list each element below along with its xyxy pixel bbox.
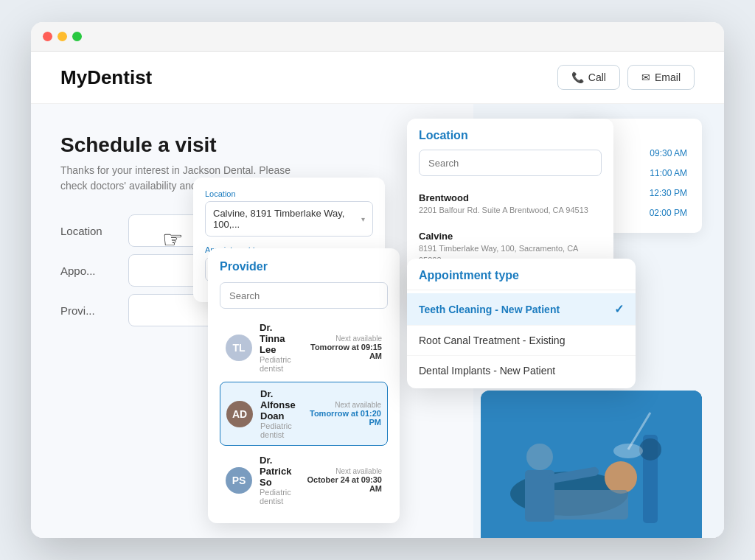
email-icon: ✉	[641, 71, 650, 83]
schedule-title: Schedule a visit	[60, 133, 385, 157]
call-label: Call	[588, 71, 606, 83]
avail-time-alfonse: Tomorrow at 01:20 PM	[303, 409, 381, 427]
provider-panel: Provider TL Dr. Tinna Lee Pediatric dent…	[208, 248, 400, 523]
logo-dentist: Dentist	[87, 66, 152, 88]
browser-window: MyDentist 📞 Call ✉ Email Jul 09:3	[31, 22, 724, 538]
appt-item-teeth-cleaning[interactable]: Teeth Cleaning - New Patient ✓	[407, 293, 636, 326]
appt-list: Teeth Cleaning - New Patient ✓ Root Cana…	[407, 290, 636, 388]
traffic-lights	[43, 32, 82, 41]
location-item-brentwood[interactable]: Brentwood 2201 Balfour Rd. Suite A Brent…	[407, 185, 613, 223]
svg-point-2	[605, 461, 637, 494]
svg-point-10	[613, 444, 643, 458]
main: Jul 09:30 AM 11:00 AM 12:30 PM 02:00 PM	[31, 104, 724, 538]
avail-time-tinna: Tomorrow at 09:15 AM	[299, 343, 382, 360]
avail-label-patrick: Next available	[299, 467, 382, 475]
appt-dropdown-header: Appointment type	[407, 259, 636, 290]
provider-title: Provider	[220, 260, 388, 273]
check-icon-teeth-cleaning: ✓	[614, 302, 624, 316]
app-content: MyDentist 📞 Call ✉ Email Jul 09:3	[31, 52, 724, 538]
svg-point-4	[526, 444, 553, 470]
provider-role-patrick: Pediatric dentist	[260, 488, 291, 505]
provider-info-tinna: Dr. Tinna Lee Pediatric dentist	[260, 322, 291, 373]
provider-info-alfonse: Dr. Alfonse Doan Pediatric dentist	[260, 388, 296, 439]
location-field-value[interactable]: Calvine, 8191 Timberlake Way, 100,... ▾	[205, 201, 373, 237]
provider-avatar-patrick: PS	[226, 467, 252, 494]
location-value-text: Calvine, 8191 Timberlake Way, 100,...	[213, 208, 361, 230]
logo-my: My	[60, 66, 87, 88]
dental-silhouette	[481, 391, 702, 538]
appt-label-teeth-cleaning: Teeth Cleaning - New Patient	[419, 304, 560, 315]
provider-search-input[interactable]	[220, 282, 388, 309]
provider-role-alfonse: Pediatric dentist	[260, 421, 296, 439]
provider-avail-tinna: Next available Tomorrow at 09:15 AM	[299, 335, 382, 360]
provider-list: TL Dr. Tinna Lee Pediatric dentist Next …	[220, 316, 388, 511]
location-chevron-icon: ▾	[361, 215, 365, 223]
avail-time-patrick: October 24 at 09:30 AM	[299, 475, 382, 493]
header-buttons: 📞 Call ✉ Email	[557, 65, 695, 90]
provider-name-patrick: Dr. Patrick So	[260, 455, 291, 488]
provider-item-tinna[interactable]: TL Dr. Tinna Lee Pediatric dentist Next …	[220, 316, 388, 379]
location-dropdown-title: Location	[419, 129, 602, 142]
location-name-calvine: Calvine	[419, 231, 602, 242]
location-search-input[interactable]	[419, 150, 602, 176]
step-location-label: Location	[60, 225, 119, 237]
minimize-button[interactable]	[58, 32, 67, 41]
location-field-label: Location	[205, 189, 373, 198]
provider-name-alfonse: Dr. Alfonse Doan	[260, 388, 296, 421]
provider-avatar-tinna: TL	[226, 335, 252, 361]
close-button[interactable]	[43, 32, 52, 41]
appt-label-dental-implants: Dental Implants - New Patient	[419, 365, 555, 377]
header: MyDentist 📞 Call ✉ Email	[31, 52, 724, 104]
appt-label-root-canal: Root Canal Treatment - Existing	[419, 335, 565, 346]
photo-overlay	[481, 391, 702, 538]
appt-item-root-canal[interactable]: Root Canal Treatment - Existing	[407, 326, 636, 356]
location-name-brentwood: Brentwood	[419, 192, 602, 203]
maximize-button[interactable]	[72, 32, 82, 41]
provider-role-tinna: Pediatric dentist	[260, 355, 291, 373]
avail-label-alfonse: Next available	[303, 401, 381, 409]
appt-dropdown-title: Appointment type	[419, 269, 624, 282]
location-dropdown-header: Location	[407, 119, 613, 182]
titlebar	[31, 22, 724, 52]
provider-avail-alfonse: Next available Tomorrow at 01:20 PM	[303, 401, 381, 427]
dental-photo	[481, 391, 702, 538]
provider-avatar-alfonse: AD	[226, 401, 253, 427]
logo: MyDentist	[60, 66, 152, 89]
provider-info-patrick: Dr. Patrick So Pediatric dentist	[260, 455, 291, 505]
provider-item-patrick[interactable]: PS Dr. Patrick So Pediatric dentist Next…	[220, 449, 388, 511]
appt-dropdown: Appointment type Teeth Cleaning - New Pa…	[407, 259, 636, 388]
provider-avail-patrick: Next available October 24 at 09:30 AM	[299, 467, 382, 493]
call-button[interactable]: 📞 Call	[557, 65, 620, 90]
location-address-brentwood: 2201 Balfour Rd. Suite A Brentwood, CA 9…	[419, 205, 602, 216]
email-label: Email	[655, 71, 681, 83]
appt-item-dental-implants[interactable]: Dental Implants - New Patient	[407, 356, 636, 385]
step-appointment-label: Appo...	[60, 265, 119, 277]
provider-item-alfonse[interactable]: AD Dr. Alfonse Doan Pediatric dentist Ne…	[220, 382, 388, 446]
provider-name-tinna: Dr. Tinna Lee	[260, 322, 291, 355]
avail-label-tinna: Next available	[299, 335, 382, 343]
phone-icon: 📞	[571, 71, 584, 83]
email-button[interactable]: ✉ Email	[627, 65, 695, 90]
form-field-location: Location Calvine, 8191 Timberlake Way, 1…	[205, 189, 373, 237]
step-provider-label: Provi...	[60, 304, 119, 317]
